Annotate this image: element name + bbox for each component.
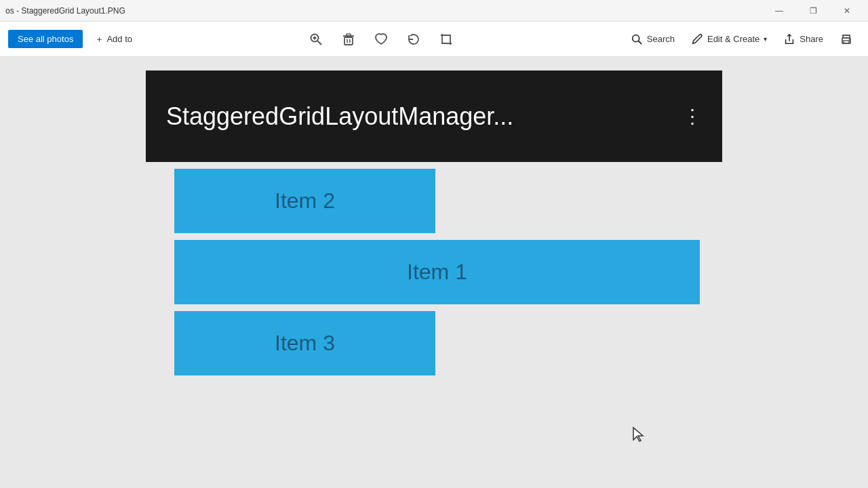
toolbar-right: Search Edit & Create ▾ Share [624, 26, 860, 53]
close-button[interactable]: ✕ [831, 0, 863, 22]
zoom-icon [309, 33, 323, 46]
edit-create-label: Edit & Create [707, 34, 760, 44]
rotate-button[interactable] [400, 26, 427, 53]
delete-button[interactable] [335, 26, 362, 53]
app-header: StaggeredGridLayoutManager... ⋮ [146, 70, 722, 162]
app-title: StaggeredGridLayoutManager... [166, 102, 513, 131]
edit-create-chevron: ▾ [764, 35, 767, 43]
menu-dots-icon[interactable]: ⋮ [683, 105, 702, 127]
search-icon [631, 33, 643, 45]
crop-icon [439, 33, 453, 46]
svg-point-9 [632, 35, 639, 41]
heart-icon [374, 33, 388, 46]
svg-rect-6 [347, 34, 351, 36]
share-label: Share [800, 34, 823, 44]
svg-marker-15 [633, 428, 643, 441]
see-all-photos-button[interactable]: See all photos [8, 30, 83, 48]
add-icon: ＋ [95, 33, 104, 45]
title-text: os - StaggeredGrid Layout1.PNG [5, 6, 125, 16]
toolbar-center [139, 26, 624, 53]
printer-icon [840, 33, 853, 46]
grid-item-1: Item 1 [174, 240, 700, 304]
search-label: Search [647, 34, 675, 44]
window-controls: — ❐ ✕ [764, 0, 863, 22]
share-button[interactable]: Share [776, 29, 830, 49]
title-bar-title: os - StaggeredGrid Layout1.PNG [5, 6, 125, 16]
print-button[interactable] [833, 26, 860, 53]
favorite-button[interactable] [368, 26, 395, 53]
device-frame: StaggeredGridLayoutManager... ⋮ Item 2 I… [146, 70, 722, 484]
edit-icon [691, 33, 703, 45]
item-3-label: Item 3 [275, 331, 335, 356]
grid-item-2: Item 2 [174, 169, 435, 233]
mouse-cursor [631, 426, 647, 443]
title-bar: os - StaggeredGrid Layout1.PNG — ❐ ✕ [0, 0, 868, 22]
toolbar: See all photos ＋ Add to [0, 22, 868, 57]
grid-content: Item 2 Item 1 Item 3 [146, 162, 722, 484]
svg-point-14 [849, 39, 850, 40]
edit-create-button[interactable]: Edit & Create ▾ [684, 29, 774, 49]
svg-line-1 [318, 41, 322, 45]
maximize-button[interactable]: ❐ [797, 0, 829, 22]
svg-rect-13 [844, 41, 849, 43]
zoom-button[interactable] [302, 26, 330, 53]
svg-rect-4 [344, 37, 353, 45]
minimize-button[interactable]: — [764, 0, 795, 22]
search-button[interactable]: Search [624, 29, 682, 49]
main-content: StaggeredGridLayoutManager... ⋮ Item 2 I… [0, 57, 868, 488]
item-1-label: Item 1 [407, 260, 467, 285]
toolbar-left: See all photos ＋ Add to [8, 29, 139, 49]
item-2-label: Item 2 [275, 188, 335, 214]
add-to-label: Add to [106, 34, 132, 44]
share-icon [783, 33, 795, 45]
grid-item-3: Item 3 [174, 311, 435, 375]
crop-button[interactable] [433, 26, 460, 53]
rotate-icon [407, 33, 420, 46]
delete-icon [342, 33, 355, 46]
add-to-button[interactable]: ＋ Add to [88, 29, 139, 49]
svg-line-10 [638, 41, 642, 44]
